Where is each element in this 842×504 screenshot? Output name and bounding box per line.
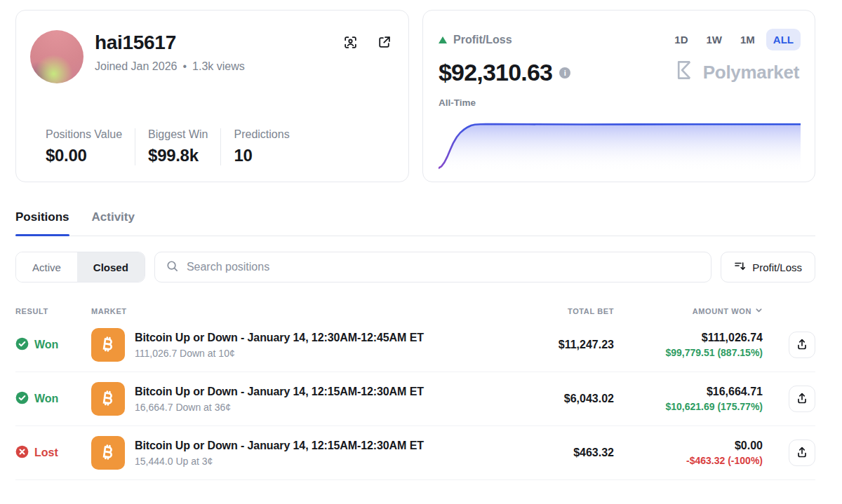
- segment-active[interactable]: Active: [16, 252, 77, 282]
- total-bet-value: $463.32: [495, 447, 614, 459]
- sort-button-label: Profit/Loss: [752, 261, 802, 273]
- external-link-button[interactable]: [376, 36, 392, 51]
- header-amount-won-label: AMOUNT WON: [693, 307, 751, 315]
- sort-descending-icon: [734, 260, 746, 274]
- info-icon[interactable]: i: [559, 67, 570, 79]
- avatar: [30, 30, 83, 83]
- profile-username: hai15617: [95, 32, 245, 54]
- stat-value: $99.8k: [148, 146, 208, 165]
- market-subtitle: 15,444.0 Up at 3¢: [135, 456, 424, 467]
- market-cell: Bitcoin Up or Down - January 14, 12:30AM…: [91, 328, 495, 362]
- search-box: [154, 252, 711, 282]
- table-header: RESULT MARKET TOTAL BET AMOUNT WON: [15, 306, 815, 315]
- bitcoin-icon: [91, 436, 125, 470]
- status-segmented-control: Active Closed: [15, 252, 145, 282]
- market-text: Bitcoin Up or Down - January 14, 12:30AM…: [135, 332, 424, 359]
- stat-label: Biggest Win: [148, 128, 208, 141]
- result-label: Won: [34, 393, 58, 405]
- profit-loss-card: Profit/Loss 1D 1W 1M ALL $92,310.63 i: [422, 10, 815, 182]
- result-badge: Won: [15, 337, 91, 353]
- pnl-period-label: All-Time: [439, 97, 801, 108]
- stat-value: $0.00: [46, 146, 122, 165]
- filter-row: Active Closed Profit/Loss: [15, 252, 815, 282]
- result-label: Lost: [34, 447, 58, 459]
- bitcoin-icon: [91, 328, 125, 362]
- range-all-button[interactable]: ALL: [766, 29, 801, 50]
- polymarket-logo-icon: [674, 59, 697, 86]
- tab-positions[interactable]: Positions: [15, 210, 69, 236]
- amount-won-cell: $111,026.74 $99,779.51 (887.15%): [614, 332, 763, 358]
- table-row[interactable]: Won Bitcoin Up or Down - January 14, 12:…: [15, 318, 815, 372]
- table-row[interactable]: Won Bitcoin Up or Down - January 14, 12:…: [15, 372, 815, 426]
- polymarket-wordmark: Polymarket: [703, 62, 799, 83]
- header-amount-won[interactable]: AMOUNT WON: [614, 306, 763, 315]
- search-input[interactable]: [187, 261, 700, 273]
- stat-label: Predictions: [234, 128, 289, 141]
- market-cell: Bitcoin Up or Down - January 14, 12:15AM…: [91, 436, 495, 470]
- external-link-icon: [377, 35, 392, 52]
- pnl-header: Profit/Loss 1D 1W 1M ALL: [439, 29, 801, 50]
- result-label: Won: [34, 339, 58, 351]
- dot-separator: •: [182, 60, 187, 73]
- tab-activity[interactable]: Activity: [92, 210, 135, 236]
- share-cell: [763, 386, 815, 412]
- share-cell: [763, 332, 815, 358]
- result-badge: Won: [15, 391, 91, 407]
- face-scan-icon: [343, 35, 358, 52]
- header-market: MARKET: [91, 307, 495, 315]
- market-cell: Bitcoin Up or Down - January 14, 12:15AM…: [91, 382, 495, 416]
- joined-date: Joined Jan 2026: [95, 60, 177, 73]
- range-1d-button[interactable]: 1D: [667, 29, 695, 50]
- market-title: Bitcoin Up or Down - January 14, 12:30AM…: [135, 332, 424, 344]
- total-bet-value: $6,043.02: [495, 393, 614, 405]
- tab-bar: Positions Activity: [15, 210, 815, 236]
- range-1w-button[interactable]: 1W: [699, 29, 729, 50]
- stat-label: Positions Value: [46, 128, 122, 141]
- up-triangle-icon: [439, 36, 447, 43]
- share-icon: [796, 338, 808, 353]
- pnl-value: $92,310.63: [439, 59, 552, 86]
- check-circle-icon: [15, 391, 29, 407]
- bitcoin-icon: [91, 382, 125, 416]
- search-icon: [166, 259, 179, 275]
- share-button[interactable]: [789, 440, 815, 466]
- stat-biggest-win: Biggest Win $99.8k: [135, 128, 220, 165]
- amount-won-cell: $16,664.71 $10,621.69 (175.77%): [614, 386, 763, 412]
- market-title: Bitcoin Up or Down - January 14, 12:15AM…: [135, 386, 424, 398]
- market-subtitle: 111,026.7 Down at 10¢: [135, 348, 424, 359]
- share-button[interactable]: [789, 332, 815, 358]
- segment-closed[interactable]: Closed: [77, 252, 145, 282]
- check-circle-icon: [15, 337, 29, 353]
- views-count: 1.3k views: [192, 60, 245, 73]
- profile-subtitle: Joined Jan 2026 • 1.3k views: [95, 60, 245, 73]
- pnl-delta: $99,779.51 (887.15%): [614, 347, 763, 358]
- range-1m-button[interactable]: 1M: [733, 29, 762, 50]
- header-total-bet: TOTAL BET: [495, 307, 614, 315]
- result-badge: Lost: [15, 445, 91, 461]
- share-cell: [763, 440, 815, 466]
- sort-button[interactable]: Profit/Loss: [721, 252, 815, 282]
- market-text: Bitcoin Up or Down - January 14, 12:15AM…: [135, 386, 424, 413]
- total-bet-value: $11,247.23: [495, 339, 614, 351]
- chevron-down-icon: [755, 306, 763, 315]
- profile-page: hai15617 Joined Jan 2026 • 1.3k views: [0, 0, 842, 480]
- polymarket-brand: Polymarket: [674, 59, 801, 86]
- header-result: RESULT: [15, 307, 91, 315]
- x-circle-icon: [15, 445, 29, 461]
- pnl-label-group: Profit/Loss: [439, 34, 512, 46]
- profile-stats: Positions Value $0.00 Biggest Win $99.8k…: [30, 128, 392, 165]
- share-icon: [796, 392, 808, 407]
- time-range-buttons: 1D 1W 1M ALL: [667, 29, 801, 50]
- face-scan-button[interactable]: [342, 36, 358, 51]
- amount-won-value: $0.00: [614, 440, 763, 452]
- amount-won-value: $16,664.71: [614, 386, 763, 398]
- pnl-chart: [439, 116, 801, 182]
- profile-meta: hai15617 Joined Jan 2026 • 1.3k views: [95, 30, 245, 73]
- stat-value: 10: [234, 146, 289, 165]
- pnl-value-row: $92,310.63 i Polymarket: [439, 59, 801, 86]
- pnl-delta: -$463.32 (-100%): [614, 455, 763, 466]
- table-row[interactable]: Lost Bitcoin Up or Down - January 14, 12…: [15, 426, 815, 480]
- market-title: Bitcoin Up or Down - January 14, 12:15AM…: [135, 440, 424, 452]
- profile-header: hai15617 Joined Jan 2026 • 1.3k views: [30, 30, 392, 83]
- share-button[interactable]: [789, 386, 815, 412]
